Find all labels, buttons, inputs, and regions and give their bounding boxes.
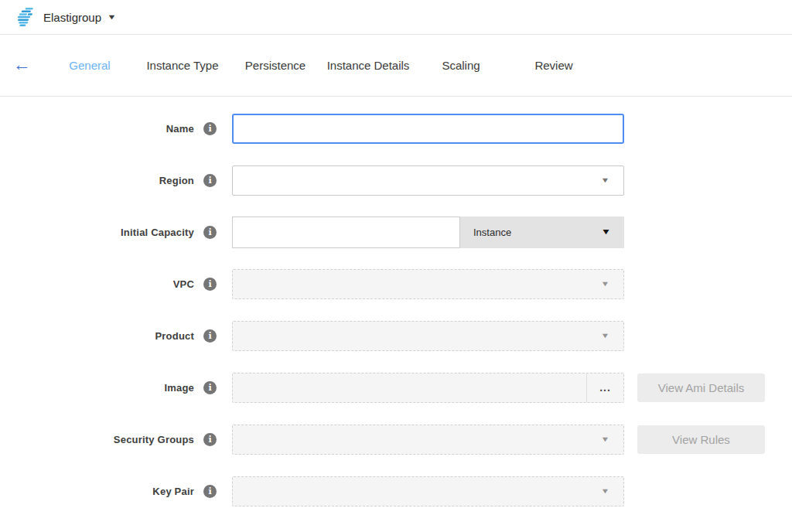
general-settings-form: Name i Region i ▼ Initial Capacity i Ins… xyxy=(0,97,792,506)
region-row: Region i ▼ xyxy=(0,165,792,196)
tab-instance-type[interactable]: Instance Type xyxy=(136,59,229,72)
vpc-label: VPC xyxy=(173,278,194,290)
chevron-down-icon: ▼ xyxy=(601,486,610,495)
capacity-unit-value: Instance xyxy=(473,227,511,238)
region-label: Region xyxy=(159,175,194,186)
app-header: Elastigroup ▼ xyxy=(0,0,792,35)
vpc-row: VPC i ▼ xyxy=(0,268,792,299)
info-icon[interactable]: i xyxy=(203,329,217,343)
info-icon[interactable]: i xyxy=(203,226,217,239)
back-button[interactable]: ← xyxy=(0,56,43,75)
product-switcher[interactable]: Elastigroup ▼ xyxy=(14,8,115,26)
product-select: ▼ xyxy=(232,321,624,351)
key-pair-label: Key Pair xyxy=(152,486,194,497)
image-input: ... xyxy=(232,373,624,403)
info-icon[interactable]: i xyxy=(203,174,217,187)
image-label: Image xyxy=(164,382,194,394)
name-row: Name i xyxy=(0,113,792,144)
name-input[interactable] xyxy=(232,114,624,144)
tab-persistence[interactable]: Persistence xyxy=(229,59,322,72)
wizard-tabbar: ← General Instance Type Persistence Inst… xyxy=(0,35,792,97)
view-rules-button: View Rules xyxy=(637,425,765,454)
tab-review[interactable]: Review xyxy=(507,59,600,72)
product-row: Product i ▼ xyxy=(0,320,792,351)
info-icon[interactable]: i xyxy=(203,433,217,446)
key-pair-row: Key Pair i ▼ xyxy=(0,476,792,506)
chevron-down-icon: ▼ xyxy=(601,176,610,184)
security-groups-row: Security Groups i ▼ View Rules xyxy=(0,424,792,455)
elastigroup-logo xyxy=(14,8,34,26)
initial-capacity-label: Initial Capacity xyxy=(121,227,194,238)
image-browse-button: ... xyxy=(586,373,623,402)
initial-capacity-row: Initial Capacity i Instance ▼ xyxy=(0,217,792,247)
info-icon[interactable]: i xyxy=(203,122,217,135)
image-row: Image i ... View Ami Details xyxy=(0,372,792,403)
initial-capacity-input[interactable] xyxy=(232,217,460,248)
tab-scaling[interactable]: Scaling xyxy=(415,59,507,72)
chevron-down-icon: ▼ xyxy=(601,435,610,443)
chevron-down-icon: ▼ xyxy=(601,227,612,237)
security-groups-label: Security Groups xyxy=(114,434,194,445)
tab-instance-details[interactable]: Instance Details xyxy=(322,59,415,72)
capacity-unit-select[interactable]: Instance ▼ xyxy=(460,217,624,248)
region-select[interactable]: ▼ xyxy=(232,165,624,196)
chevron-down-icon: ▼ xyxy=(601,331,610,339)
info-icon[interactable]: i xyxy=(203,485,217,498)
tab-general[interactable]: General xyxy=(43,59,136,72)
info-icon[interactable]: i xyxy=(203,278,217,291)
product-label: Product xyxy=(155,330,194,342)
chevron-down-icon: ▼ xyxy=(601,279,610,288)
info-icon[interactable]: i xyxy=(203,381,217,394)
security-groups-select: ▼ xyxy=(232,425,624,455)
name-label: Name xyxy=(166,123,194,135)
chevron-down-icon: ▼ xyxy=(107,13,116,21)
wizard-tabs: General Instance Type Persistence Instan… xyxy=(43,59,600,72)
key-pair-select: ▼ xyxy=(232,476,624,506)
vpc-select: ▼ xyxy=(232,269,624,299)
app-title: Elastigroup xyxy=(43,11,101,24)
view-ami-details-button: View Ami Details xyxy=(637,373,765,402)
